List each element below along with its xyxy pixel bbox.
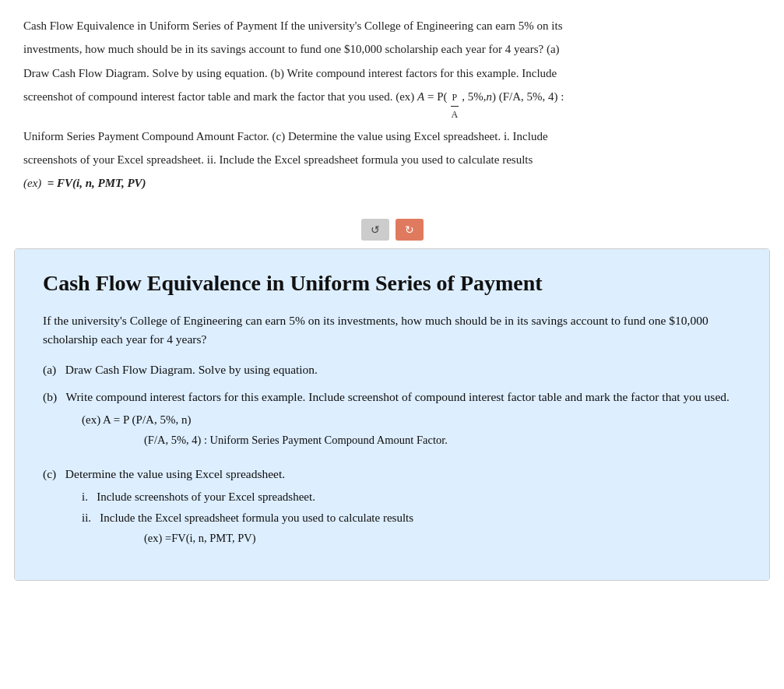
- section-c-label: (c): [43, 467, 56, 480]
- toolbar: ↺ ↻: [0, 219, 784, 241]
- section-c-subs: i. Include screenshots of your Excel spr…: [82, 487, 741, 547]
- section-b: (b) Write compound interest factors for …: [43, 388, 741, 449]
- undo-button[interactable]: ↺: [361, 219, 389, 241]
- top-description-area: Cash Flow Equivalence in Uniform Series …: [0, 0, 784, 205]
- section-b-label: (b): [43, 390, 57, 403]
- preview-card-inner: Cash Flow Equivalence in Uniform Series …: [15, 249, 769, 580]
- sub-i: i. Include screenshots of your Excel spr…: [82, 487, 741, 506]
- top-text-line3: Draw Cash Flow Diagram. Solve by using e…: [23, 63, 761, 83]
- preview-intro: If the university's College of Engineeri…: [43, 311, 741, 350]
- top-text-line1: Cash Flow Equivalence in Uniform Series …: [23, 16, 761, 36]
- example-b2: (F/A, 5%, 4) : Uniform Series Payment Co…: [144, 431, 741, 449]
- example-b2-container: (F/A, 5%, 4) : Uniform Series Payment Co…: [144, 431, 741, 449]
- section-c: (c) Determine the value using Excel spre…: [43, 465, 741, 547]
- top-text-line5: screenshots of your Excel spreadsheet. i…: [23, 149, 761, 170]
- section-c-text: Determine the value using Excel spreadsh…: [65, 467, 285, 480]
- example-b1: (ex) A = P (P/A, 5%, n): [82, 410, 741, 429]
- preview-body: If the university's College of Engineeri…: [43, 311, 741, 547]
- fraction-PA: P A: [450, 90, 460, 123]
- preview-card: Cash Flow Equivalence in Uniform Series …: [14, 248, 770, 581]
- top-text-line4: Uniform Series Payment Compound Amount F…: [23, 126, 761, 146]
- sub-ii-label: ii.: [82, 511, 91, 524]
- section-a-text: Draw Cash Flow Diagram. Solve by using e…: [65, 363, 318, 376]
- top-text-line6: (ex) = FV(i, n, PMT, PV): [23, 173, 761, 193]
- section-b-examples: (ex) A = P (P/A, 5%, n) (F/A, 5%, 4) : U…: [82, 410, 741, 449]
- preview-title: Cash Flow Equivalence in Uniform Series …: [43, 271, 741, 296]
- spacer: [43, 457, 741, 465]
- top-text-line2: investments, how much should be in its s…: [23, 39, 761, 59]
- section-a-label: (a): [43, 363, 56, 376]
- sub-i-label: i.: [82, 490, 88, 503]
- section-a: (a) Draw Cash Flow Diagram. Solve by usi…: [43, 360, 741, 380]
- example-c-container: (ex) =FV(i, n, PMT, PV): [144, 529, 741, 547]
- example-c-formula: (ex) =FV(i, n, PMT, PV): [144, 529, 741, 547]
- sub-i-text: Include screenshots of your Excel spread…: [97, 490, 315, 503]
- sub-ii: ii. Include the Excel spreadsheet formul…: [82, 508, 741, 527]
- section-b-text: Write compound interest factors for this…: [65, 390, 729, 403]
- include-word: Include: [522, 67, 557, 79]
- top-text-math-line: screenshot of compound interest factor t…: [23, 86, 761, 123]
- redo-button[interactable]: ↻: [396, 219, 424, 241]
- sub-ii-text: Include the Excel spreadsheet formula yo…: [100, 511, 413, 524]
